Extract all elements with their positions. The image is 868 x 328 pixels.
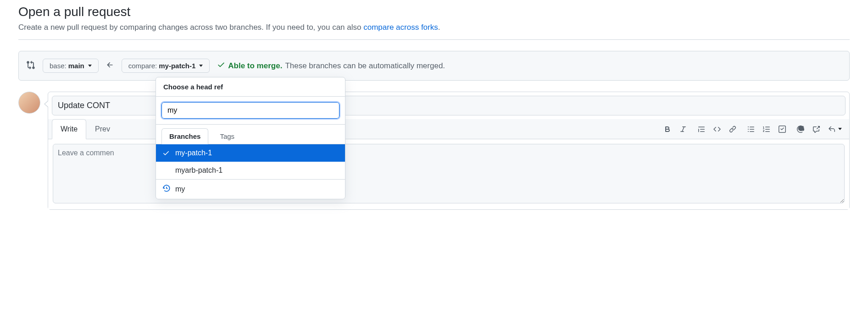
tasklist-icon[interactable]	[779, 126, 786, 133]
recent-search-label: my	[175, 185, 185, 193]
compare-branch-button[interactable]: compare: my-patch-1	[122, 59, 210, 73]
subtitle-suffix: .	[438, 23, 440, 32]
tags-tab[interactable]: Tags	[212, 128, 242, 144]
compare-label: compare:	[128, 62, 157, 70]
check-icon	[162, 149, 171, 157]
git-compare-icon	[26, 60, 35, 71]
base-label: base:	[50, 62, 67, 70]
reply-icon[interactable]	[828, 126, 842, 133]
merge-status: Able to merge. These branches can be aut…	[217, 60, 445, 71]
italic-icon[interactable]	[679, 126, 687, 133]
base-value: main	[68, 62, 84, 70]
branch-item[interactable]: myarb-patch-1	[156, 162, 345, 179]
write-tab[interactable]: Write	[52, 119, 86, 139]
history-icon	[162, 184, 171, 194]
avatar	[18, 92, 40, 114]
head-ref-dropdown: Choose a head ref Branches Tags my-patch…	[156, 77, 345, 199]
branch-item[interactable]: my-patch-1	[156, 144, 345, 162]
code-icon[interactable]	[713, 126, 721, 133]
base-branch-button[interactable]: base: main	[43, 59, 99, 73]
preview-tab[interactable]: Prev	[86, 119, 119, 139]
branch-list: my-patch-1 myarb-patch-1	[156, 144, 345, 179]
ordered-list-icon[interactable]	[763, 126, 770, 133]
divider	[18, 39, 850, 40]
quote-icon[interactable]	[698, 126, 705, 133]
check-icon	[217, 60, 225, 71]
branch-item-label: myarb-patch-1	[175, 166, 223, 175]
unordered-list-icon[interactable]	[747, 126, 755, 133]
arrow-left-icon	[106, 61, 114, 71]
branch-search-input[interactable]	[161, 102, 339, 119]
merge-able-text: Able to merge.	[228, 61, 282, 71]
cross-reference-icon[interactable]	[812, 126, 820, 133]
compare-forks-link[interactable]: compare across forks	[363, 23, 438, 32]
caret-down-icon	[199, 65, 203, 67]
page-title: Open a pull request	[18, 5, 850, 19]
recent-search-item[interactable]: my	[156, 179, 345, 199]
bold-icon[interactable]	[664, 126, 671, 133]
mention-icon[interactable]	[797, 126, 804, 133]
caret-down-icon	[838, 128, 842, 130]
subtitle-text: Create a new pull request by comparing c…	[18, 23, 363, 32]
compare-bar: base: main compare: my-patch-1 Able to m…	[18, 51, 850, 81]
link-icon[interactable]	[729, 126, 736, 133]
branch-item-label: my-patch-1	[175, 149, 212, 157]
compare-value: my-patch-1	[159, 62, 195, 70]
merge-note-text: These branches can be automatically merg…	[285, 61, 445, 71]
branches-tab[interactable]: Branches	[161, 128, 208, 144]
page-subtitle: Create a new pull request by comparing c…	[18, 23, 850, 32]
caret-down-icon	[88, 65, 92, 67]
formatting-toolbar	[664, 126, 846, 133]
dropdown-title: Choose a head ref	[156, 77, 345, 97]
